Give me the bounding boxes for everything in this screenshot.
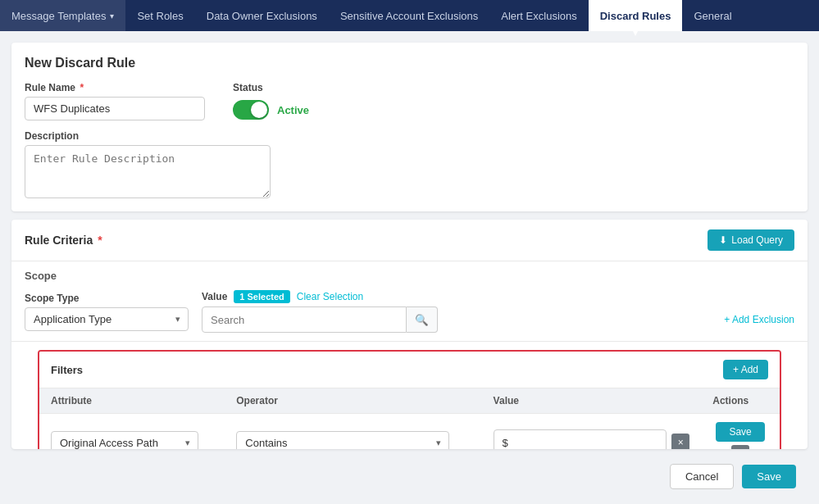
nav-general[interactable]: General xyxy=(682,0,743,31)
cancel-button[interactable]: Cancel xyxy=(670,464,734,489)
add-exclusion-link[interactable]: + Add Exclusion xyxy=(724,314,794,325)
scope-value-label: Value xyxy=(202,291,227,302)
status-group: Status Active xyxy=(233,82,309,120)
search-button[interactable]: 🔍 xyxy=(407,306,438,333)
page-title: New Discard Rule xyxy=(25,56,794,70)
filters-table-head: Attribute Operator Value Actions xyxy=(39,388,780,414)
scope-search-input[interactable] xyxy=(202,306,407,333)
nav-message-templates[interactable]: Message Templates ▾ xyxy=(0,0,125,31)
attribute-select[interactable]: Original Access Path xyxy=(51,431,198,450)
filter-value-input[interactable] xyxy=(494,429,667,449)
filters-wrapper: Filters + Add Attribute Operator Value A… xyxy=(11,350,808,449)
description-label: Description xyxy=(25,130,794,142)
criteria-title: Rule Criteria * xyxy=(25,234,102,247)
nav-discard-rules[interactable]: Discard Rules xyxy=(589,0,683,31)
scope-type-select[interactable]: Application Type xyxy=(25,307,189,331)
rule-name-input[interactable] xyxy=(25,97,205,120)
description-group: Description xyxy=(25,130,794,198)
save-button[interactable]: Save xyxy=(742,465,796,488)
status-active-label: Active xyxy=(277,104,309,116)
nav-label: Discard Rules xyxy=(600,10,671,22)
delete-row-button[interactable]: × xyxy=(731,445,749,449)
nav-set-roles[interactable]: Set Roles xyxy=(125,0,194,31)
required-indicator: * xyxy=(80,82,84,93)
operator-select[interactable]: Contains xyxy=(236,431,449,450)
operator-select-wrapper: Contains ▾ xyxy=(236,431,449,450)
status-label: Status xyxy=(233,82,309,93)
description-textarea[interactable] xyxy=(25,145,271,198)
download-icon: ⬇ xyxy=(719,234,727,246)
clear-selection-link[interactable]: Clear Selection xyxy=(297,291,363,302)
criteria-header: Rule Criteria * ⬇ Load Query xyxy=(11,220,808,261)
basic-info-card: New Discard Rule Rule Name * Status Acti… xyxy=(11,43,808,211)
rule-name-group: Rule Name * xyxy=(25,82,205,120)
status-toggle[interactable] xyxy=(233,100,269,120)
scope-type-select-wrapper: Application Type ▾ xyxy=(25,307,189,331)
filters-header: Filters + Add xyxy=(39,352,780,388)
nav-label: Data Owner Exclusions xyxy=(207,10,317,22)
search-wrapper: 🔍 xyxy=(202,306,711,333)
value-label-row: Value 1 Selected Clear Selection xyxy=(202,290,711,303)
row-actions: Save × xyxy=(712,422,768,449)
nav-alert-exclusions[interactable]: Alert Exclusions xyxy=(489,0,588,31)
scope-section: Scope Scope Type Application Type ▾ Valu… xyxy=(11,261,808,342)
load-query-button[interactable]: ⬇ Load Query xyxy=(708,229,794,251)
scope-type-group: Scope Type Application Type ▾ xyxy=(25,293,189,331)
search-icon: 🔍 xyxy=(415,314,429,326)
nav-label: General xyxy=(694,10,731,22)
filters-title: Filters xyxy=(51,364,83,376)
chevron-down-icon: ▾ xyxy=(110,11,114,20)
nav-label: Message Templates xyxy=(11,10,106,22)
scope-title: Scope xyxy=(25,270,794,282)
filters-table: Attribute Operator Value Actions Origin xyxy=(39,388,780,449)
col-operator: Operator xyxy=(225,388,481,414)
main-content: New Discard Rule Rule Name * Status Acti… xyxy=(0,31,819,504)
selected-badge: 1 Selected xyxy=(234,290,289,303)
scope-row: Scope Type Application Type ▾ Value 1 Se… xyxy=(25,290,794,333)
criteria-required: * xyxy=(98,234,102,247)
top-navigation: Message Templates ▾ Set Roles Data Owner… xyxy=(0,0,819,31)
col-value: Value xyxy=(482,388,702,414)
filter-value-wrapper: × xyxy=(494,429,690,449)
actions-cell: Save × xyxy=(701,414,780,450)
nav-label: Sensitive Account Exclusions xyxy=(340,10,478,22)
nav-sensitive-account-exclusions[interactable]: Sensitive Account Exclusions xyxy=(329,0,489,31)
filters-table-header-row: Attribute Operator Value Actions xyxy=(39,388,780,414)
criteria-card: Rule Criteria * ⬇ Load Query Scope Scope… xyxy=(11,220,808,449)
bottom-bar: Cancel Save xyxy=(11,457,808,496)
toggle-knob xyxy=(251,102,267,118)
status-row: Active xyxy=(233,100,309,120)
nav-label: Alert Exclusions xyxy=(501,10,576,22)
operator-cell: Contains ▾ xyxy=(225,414,481,450)
add-filter-button[interactable]: + Add xyxy=(723,360,768,379)
rule-name-label: Rule Name * xyxy=(25,82,205,93)
filters-table-body: Original Access Path ▾ Contains xyxy=(39,414,780,450)
nav-label: Set Roles xyxy=(137,10,183,22)
save-row-button[interactable]: Save xyxy=(716,422,765,442)
scope-value-group: Value 1 Selected Clear Selection 🔍 xyxy=(202,290,711,333)
table-row: Original Access Path ▾ Contains xyxy=(39,414,780,450)
attribute-cell: Original Access Path ▾ xyxy=(39,414,225,450)
attribute-select-wrapper: Original Access Path ▾ xyxy=(51,431,198,450)
value-cell: × xyxy=(482,414,702,450)
nav-data-owner-exclusions[interactable]: Data Owner Exclusions xyxy=(195,0,329,31)
scope-type-label: Scope Type xyxy=(25,293,189,304)
col-attribute: Attribute xyxy=(39,388,225,414)
clear-value-button[interactable]: × xyxy=(671,434,689,449)
col-actions: Actions xyxy=(701,388,780,414)
filters-section: Filters + Add Attribute Operator Value A… xyxy=(38,350,781,449)
